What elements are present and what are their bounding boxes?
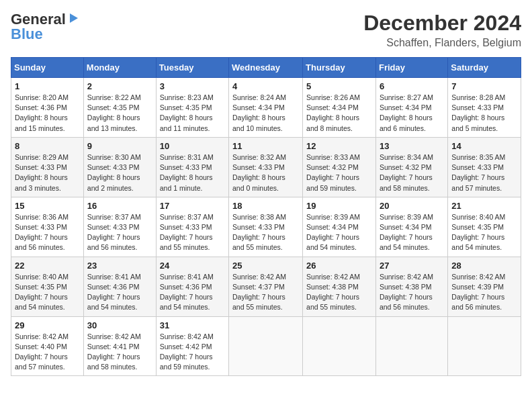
table-row: 8 Sunrise: 8:29 AMSunset: 4:33 PMDayligh… [11, 137, 521, 197]
col-sunday: Sunday [11, 58, 84, 78]
day-cell: 24 Sunrise: 8:41 AMSunset: 4:36 PMDaylig… [156, 257, 228, 316]
page-header: General Blue December 2024 Schaffen, Fla… [11, 11, 521, 49]
empty-cell [448, 316, 521, 376]
empty-cell [303, 316, 376, 376]
empty-cell [375, 316, 447, 376]
empty-cell [229, 316, 303, 376]
day-cell: 19 Sunrise: 8:39 AMSunset: 4:34 PMDaylig… [303, 197, 376, 257]
day-cell: 11 Sunrise: 8:32 AMSunset: 4:33 PMDaylig… [229, 137, 303, 197]
calendar-header-row: Sunday Monday Tuesday Wednesday Thursday… [11, 58, 521, 78]
table-row: 29 Sunrise: 8:42 AMSunset: 4:40 PMDaylig… [11, 316, 521, 376]
day-cell: 12 Sunrise: 8:33 AMSunset: 4:32 PMDaylig… [303, 137, 376, 197]
day-cell: 30 Sunrise: 8:42 AMSunset: 4:41 PMDaylig… [83, 316, 156, 376]
day-cell: 3 Sunrise: 8:23 AMSunset: 4:35 PMDayligh… [156, 78, 228, 138]
logo: General Blue [11, 11, 79, 43]
day-cell: 13 Sunrise: 8:34 AMSunset: 4:32 PMDaylig… [375, 137, 447, 197]
table-row: 15 Sunrise: 8:36 AMSunset: 4:33 PMDaylig… [11, 197, 521, 257]
month-year-title: December 2024 [363, 11, 521, 36]
logo-icon [67, 12, 79, 24]
day-cell: 22 Sunrise: 8:40 AMSunset: 4:35 PMDaylig… [11, 257, 84, 316]
svg-marker-0 [70, 13, 78, 23]
day-cell: 26 Sunrise: 8:42 AMSunset: 4:38 PMDaylig… [303, 257, 376, 316]
day-cell: 21 Sunrise: 8:40 AMSunset: 4:35 PMDaylig… [448, 197, 521, 257]
day-cell: 15 Sunrise: 8:36 AMSunset: 4:33 PMDaylig… [11, 197, 84, 257]
day-cell: 5 Sunrise: 8:26 AMSunset: 4:34 PMDayligh… [303, 78, 376, 138]
col-wednesday: Wednesday [229, 58, 303, 78]
col-saturday: Saturday [448, 58, 521, 78]
logo-blue: Blue [11, 26, 43, 43]
table-row: 1 Sunrise: 8:20 AMSunset: 4:36 PMDayligh… [11, 78, 521, 138]
col-monday: Monday [83, 58, 156, 78]
day-cell: 20 Sunrise: 8:39 AMSunset: 4:34 PMDaylig… [375, 197, 447, 257]
day-cell: 1 Sunrise: 8:20 AMSunset: 4:36 PMDayligh… [11, 78, 84, 138]
table-row: 22 Sunrise: 8:40 AMSunset: 4:35 PMDaylig… [11, 257, 521, 316]
day-cell: 16 Sunrise: 8:37 AMSunset: 4:33 PMDaylig… [83, 197, 156, 257]
day-cell: 17 Sunrise: 8:37 AMSunset: 4:33 PMDaylig… [156, 197, 228, 257]
col-friday: Friday [375, 58, 447, 78]
day-cell: 18 Sunrise: 8:38 AMSunset: 4:33 PMDaylig… [229, 197, 303, 257]
day-cell: 23 Sunrise: 8:41 AMSunset: 4:36 PMDaylig… [83, 257, 156, 316]
day-cell: 25 Sunrise: 8:42 AMSunset: 4:37 PMDaylig… [229, 257, 303, 316]
day-cell: 28 Sunrise: 8:42 AMSunset: 4:39 PMDaylig… [448, 257, 521, 316]
col-tuesday: Tuesday [156, 58, 228, 78]
day-cell: 7 Sunrise: 8:28 AMSunset: 4:33 PMDayligh… [448, 78, 521, 138]
day-cell: 4 Sunrise: 8:24 AMSunset: 4:34 PMDayligh… [229, 78, 303, 138]
day-cell: 6 Sunrise: 8:27 AMSunset: 4:34 PMDayligh… [375, 78, 447, 138]
day-cell: 8 Sunrise: 8:29 AMSunset: 4:33 PMDayligh… [11, 137, 84, 197]
day-cell: 10 Sunrise: 8:31 AMSunset: 4:33 PMDaylig… [156, 137, 228, 197]
day-cell: 2 Sunrise: 8:22 AMSunset: 4:35 PMDayligh… [83, 78, 156, 138]
day-cell: 27 Sunrise: 8:42 AMSunset: 4:38 PMDaylig… [375, 257, 447, 316]
title-block: December 2024 Schaffen, Flanders, Belgiu… [363, 11, 521, 49]
day-cell: 29 Sunrise: 8:42 AMSunset: 4:40 PMDaylig… [11, 316, 84, 376]
day-cell: 14 Sunrise: 8:35 AMSunset: 4:33 PMDaylig… [448, 137, 521, 197]
calendar-table: Sunday Monday Tuesday Wednesday Thursday… [11, 57, 521, 376]
location-subtitle: Schaffen, Flanders, Belgium [363, 37, 521, 49]
col-thursday: Thursday [303, 58, 376, 78]
day-cell: 31 Sunrise: 8:42 AMSunset: 4:42 PMDaylig… [156, 316, 228, 376]
day-cell: 9 Sunrise: 8:30 AMSunset: 4:33 PMDayligh… [83, 137, 156, 197]
